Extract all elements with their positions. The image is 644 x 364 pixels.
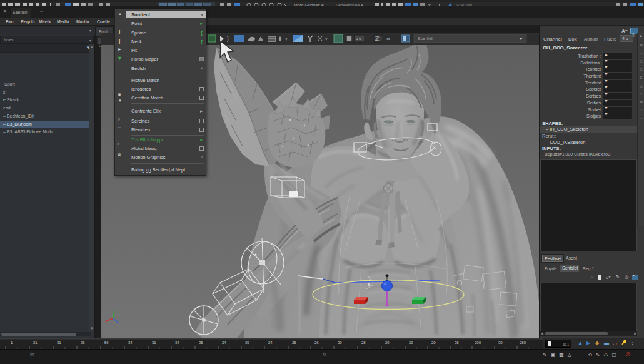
svg-text:28: 28: [361, 341, 366, 345]
svg-text:39: 39: [245, 341, 249, 345]
svg-text:24: 24: [222, 341, 226, 345]
svg-text:34: 34: [128, 341, 133, 345]
svg-text:ℤ: ℤ: [375, 36, 380, 42]
svg-text:▾: ▾: [325, 37, 328, 41]
svg-text:34: 34: [175, 341, 179, 345]
svg-text:26: 26: [314, 341, 319, 345]
svg-text:∞: ∞: [386, 36, 390, 42]
svg-text:0 0: 0 0: [356, 37, 361, 41]
svg-text:20: 20: [409, 341, 413, 345]
svg-text:35: 35: [199, 341, 203, 345]
svg-text:31: 31: [57, 341, 61, 345]
svg-text:31: 31: [152, 341, 156, 345]
svg-text:38: 38: [455, 341, 459, 345]
svg-text:29: 29: [385, 341, 390, 345]
svg-text:30: 30: [498, 341, 503, 345]
svg-text:20: 20: [431, 341, 436, 345]
svg-text:96: 96: [81, 341, 85, 345]
svg-text:25: 25: [292, 341, 296, 345]
svg-text:280: 280: [520, 341, 526, 345]
svg-text:30: 30: [338, 341, 342, 345]
svg-text:200: 200: [475, 341, 481, 345]
svg-text:▾: ▾: [285, 37, 288, 41]
svg-text:Soe fielt: Soe fielt: [418, 36, 433, 41]
svg-text:24: 24: [268, 341, 273, 345]
svg-text:21: 21: [33, 341, 38, 345]
svg-text:56: 56: [104, 341, 109, 345]
